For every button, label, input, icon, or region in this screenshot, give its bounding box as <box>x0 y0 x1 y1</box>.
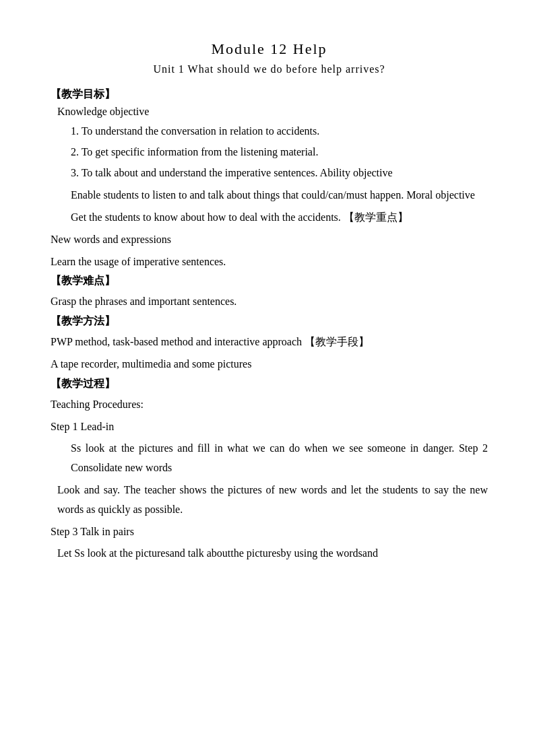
list-item-3-ability: 3. To talk about and understand the impe… <box>71 164 488 183</box>
page-title: Module 12 Help <box>51 40 488 58</box>
new-words-line: New words and expressions <box>51 230 488 250</box>
difficulty-header: 【教学难点】 <box>51 274 488 288</box>
learn-line: Learn the usage of imperative sentences. <box>51 252 488 272</box>
let-ss-paragraph: Let Ss look at the picturesand talk abou… <box>57 544 488 563</box>
step3-label: Step 3 Talk in pairs <box>51 522 488 542</box>
enable-paragraph: Enable students to listen to and talk ab… <box>71 186 488 205</box>
grasp-line: Grasp the phrases and important sentence… <box>51 292 488 312</box>
list-item-2: 2. To get specific information from the … <box>71 143 488 161</box>
list-item-1: 1. To understand the conversation in rel… <box>71 122 488 140</box>
process-header: 【教学过程】 <box>51 377 488 391</box>
pwp-line: PWP method, task-based method and intera… <box>51 333 488 352</box>
look-say-paragraph: Look and say. The teacher shows the pict… <box>57 481 488 520</box>
knowledge-objective-label: Knowledge objective <box>57 106 488 118</box>
ss-look-paragraph: Ss look at the pictures and fill in what… <box>71 439 488 478</box>
teaching-procedures: Teaching Procedures: <box>51 395 488 415</box>
method-header: 【教学方法】 <box>51 314 488 329</box>
page-subtitle: Unit 1 What should we do before help arr… <box>51 63 488 75</box>
get-paragraph: Get the students to know about how to de… <box>71 208 488 228</box>
step1-label: Step 1 Lead-in <box>51 417 488 437</box>
tape-line: A tape recorder, multimedia and some pic… <box>51 355 488 374</box>
teaching-goals-header: 【教学目标】 <box>51 88 488 102</box>
